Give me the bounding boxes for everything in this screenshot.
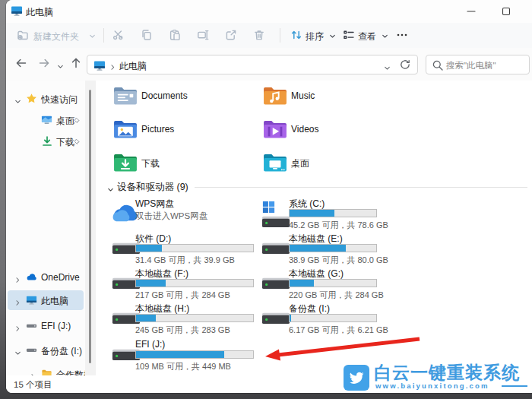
search-box[interactable]: 搜索"此电脑" xyxy=(426,55,530,74)
cloud-icon xyxy=(26,271,38,287)
pin-icon xyxy=(71,116,81,129)
more-options-icon[interactable] xyxy=(396,29,408,41)
address-row: 此电脑 搜索"此电脑" xyxy=(6,48,532,81)
folder-tile-downloads[interactable]: 下载 xyxy=(112,150,242,178)
sidebar-item--i-[interactable]: 备份盘 (I:) xyxy=(8,340,84,360)
drive-icon xyxy=(261,240,290,259)
drive-icon xyxy=(26,320,37,334)
watermark-url: www.baiyunxitong.com xyxy=(375,382,489,390)
view-chevron-icon[interactable] xyxy=(381,32,389,40)
drive-name: EFI (J:) xyxy=(135,339,165,350)
drive-tile-g[interactable]: 本地磁盘 (G:)220 GB 可用，共 284 GB xyxy=(262,268,377,301)
sidebar-item-onedrive[interactable]: OneDrive xyxy=(8,268,84,287)
folder-desktop-icon xyxy=(262,152,288,176)
address-dropdown-icon[interactable] xyxy=(383,62,391,75)
recent-locations-icon[interactable] xyxy=(56,60,65,74)
drive-subtitle: 双击进入WPS网盘 xyxy=(135,211,207,222)
folder-tile-documents[interactable]: Documents xyxy=(112,84,242,111)
drive-tile-j[interactable]: EFI (J:)109 MB 可用，共 449 MB xyxy=(112,339,254,372)
drive-tile-c[interactable]: 系统 (C:)45.2 GB 可用，共 78.6 GB xyxy=(262,198,377,231)
drive-tile-wps[interactable]: WPS网盘双击进入WPS网盘 xyxy=(112,198,254,231)
minimize-button[interactable] xyxy=(456,0,486,23)
drive-capacity-caption: 45.2 GB 可用，共 78.6 GB xyxy=(289,220,388,231)
paste-icon[interactable] xyxy=(169,29,181,41)
watermark: 白云一键重装系统 www.baiyunxitong.com xyxy=(342,362,532,393)
drive-name: WPS网盘 xyxy=(135,198,174,211)
watermark-underline xyxy=(502,385,527,387)
sidebar-item-efi-j-[interactable]: EFI (J:) xyxy=(8,316,84,336)
drive-icon xyxy=(261,275,290,294)
capacity-bar-fill xyxy=(290,245,346,252)
refresh-icon[interactable] xyxy=(399,59,411,71)
folder-label: Music xyxy=(291,90,315,101)
address-location-icon xyxy=(93,59,106,71)
drive-capacity-caption: 31.4 GB 可用，共 39.9 GB xyxy=(135,255,235,266)
sidebar-scrollbar-track[interactable] xyxy=(85,81,96,375)
explorer-window[interactable]: 此电脑 新建文件夹 排序 查看 此电脑 xyxy=(6,0,532,393)
drive-tile-i[interactable]: 备份盘 (I:)6.17 GB 可用，共 6.21 GB xyxy=(262,302,377,336)
capacity-bar xyxy=(289,209,377,217)
drive-tile-f[interactable]: 本地磁盘 (F:)217 GB 可用，共 284 GB xyxy=(112,268,254,301)
cut-icon[interactable] xyxy=(112,29,125,41)
folder-tile-music[interactable]: Music xyxy=(262,84,391,111)
sidebar-item-label: 备份盘 (I:) xyxy=(41,345,82,358)
folder-tile-pictures[interactable]: Pictures xyxy=(112,117,242,144)
up-icon[interactable] xyxy=(70,57,82,72)
drive-capacity-caption: 6.17 GB 可用，共 6.21 GB xyxy=(289,325,388,336)
sort-chevron-icon[interactable] xyxy=(328,32,337,40)
new-folder-chevron-icon[interactable] xyxy=(88,32,97,40)
section-divider xyxy=(195,187,527,188)
copy-icon[interactable] xyxy=(141,29,153,41)
sidebar-scrollbar-thumb[interactable] xyxy=(89,90,91,363)
maximize-button[interactable] xyxy=(491,0,521,23)
breadcrumb[interactable]: 此电脑 xyxy=(119,60,147,73)
capacity-bar xyxy=(289,279,377,287)
sidebar-item-label: 此电脑 xyxy=(41,295,68,308)
chevron-right-icon[interactable] xyxy=(14,296,22,310)
drive-tile-h[interactable]: 本地磁盘 (H:)245 GB 可用，共 283 GB xyxy=(112,302,254,336)
new-folder-icon[interactable] xyxy=(17,29,29,41)
view-button[interactable]: 查看 xyxy=(358,30,376,43)
folder-tile-desktop[interactable]: 桌面 xyxy=(262,150,391,178)
title-bar[interactable]: 此电脑 xyxy=(6,0,532,23)
download-icon xyxy=(41,135,53,150)
folder-label: Pictures xyxy=(141,124,174,135)
folder-label: Documents xyxy=(141,90,188,101)
drive-capacity-caption: 245 GB 可用，共 283 GB xyxy=(135,325,230,336)
sidebar-item--[interactable]: 下载 xyxy=(8,131,84,151)
back-icon[interactable] xyxy=(15,57,27,72)
drive-tile-e[interactable]: 本地磁盘 (E:)38.9 GB 可用，共 80.0 GB xyxy=(262,233,377,266)
share-icon[interactable] xyxy=(225,29,237,41)
folder-tile-videos[interactable]: Videos xyxy=(262,117,391,144)
file-list-pane: DocumentsMusicPicturesVideos下载桌面设备和驱动器 (… xyxy=(96,81,532,375)
sidebar-item--[interactable]: 快速访问 xyxy=(8,89,84,109)
sidebar-item--[interactable]: 桌面 xyxy=(8,110,84,130)
section-collapse-icon[interactable] xyxy=(106,183,115,197)
folder-label: Videos xyxy=(291,124,318,135)
toolbar-divider xyxy=(103,28,104,43)
new-folder-button[interactable]: 新建文件夹 xyxy=(33,30,79,43)
drive-windows-icon xyxy=(261,199,290,233)
chevron-right-icon[interactable] xyxy=(14,274,22,287)
section-header-devices-drives[interactable]: 设备和驱动器 (9) xyxy=(117,181,188,194)
rename-icon[interactable] xyxy=(197,29,209,41)
chevron-down-icon[interactable] xyxy=(14,347,22,360)
folder-label: 桌面 xyxy=(291,157,309,170)
sort-icon[interactable] xyxy=(290,29,302,41)
forward-icon[interactable] xyxy=(38,57,50,72)
address-bar[interactable]: 此电脑 xyxy=(87,55,418,74)
chevron-down-icon[interactable] xyxy=(14,95,22,109)
sidebar-item-label: EFI (J:) xyxy=(41,321,71,331)
capacity-bar xyxy=(135,244,254,252)
search-input[interactable]: 搜索"此电脑" xyxy=(446,60,496,71)
folder-pictures-icon xyxy=(112,119,138,143)
sidebar-item--[interactable]: 此电脑 xyxy=(8,290,84,310)
sort-button[interactable]: 排序 xyxy=(306,30,324,43)
view-icon[interactable] xyxy=(343,29,355,41)
capacity-bar xyxy=(289,314,377,322)
delete-icon[interactable] xyxy=(253,29,265,41)
capacity-bar-fill xyxy=(136,315,156,321)
drive-tile-d[interactable]: 软件 (D:)31.4 GB 可用，共 39.9 GB xyxy=(112,233,254,266)
chevron-right-icon[interactable] xyxy=(14,322,22,336)
pin-icon xyxy=(71,137,81,150)
